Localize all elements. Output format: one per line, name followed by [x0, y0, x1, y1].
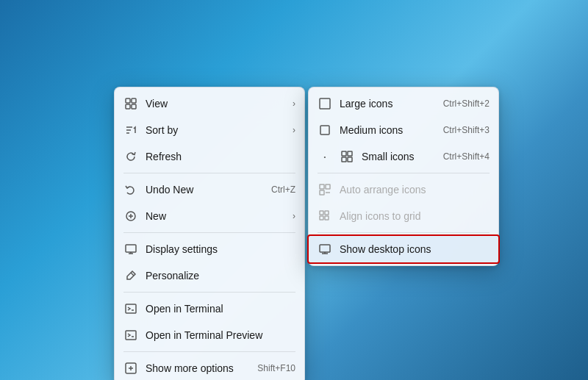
divider-3: [123, 292, 295, 293]
bullet-icon: •: [318, 149, 332, 164]
menu-item-more-label: Show more options: [146, 362, 250, 374]
svg-rect-1: [132, 98, 136, 103]
menu-item-undo-shortcut: Ctrl+Z: [271, 184, 295, 195]
svg-rect-35: [320, 245, 330, 252]
menu-item-undo-label: Undo New: [146, 184, 264, 196]
menu-item-undo[interactable]: Undo New Ctrl+Z: [115, 176, 304, 203]
context-menu-wrapper: View › Sort by ›: [114, 87, 499, 380]
menu-item-terminal-preview-label: Open in Terminal Preview: [146, 329, 295, 341]
svg-line-13: [131, 273, 134, 276]
menu-item-more-shortcut: Shift+F10: [257, 363, 295, 373]
submenu-align-icons[interactable]: Align icons to grid: [309, 203, 498, 229]
new-arrow: ›: [293, 211, 295, 221]
svg-rect-2: [126, 104, 130, 109]
grid-icon: [123, 96, 138, 111]
align-icons-label: Align icons to grid: [340, 210, 490, 222]
menu-item-refresh-label: Refresh: [146, 151, 295, 162]
new-icon: [123, 209, 138, 223]
submenu-auto-arrange[interactable]: Auto arrange icons: [309, 176, 498, 203]
menu-item-more-options[interactable]: Show more options Shift+F10: [115, 355, 304, 380]
menu-item-refresh[interactable]: Refresh: [115, 143, 304, 170]
svg-rect-26: [348, 157, 352, 162]
menu-item-personalize-label: Personalize: [146, 270, 295, 282]
svg-rect-24: [348, 151, 352, 156]
small-icons-label: Small icons: [362, 151, 436, 162]
context-menu: View › Sort by ›: [114, 87, 305, 380]
svg-rect-27: [320, 184, 324, 189]
submenu-divider-1: [318, 173, 490, 173]
svg-rect-28: [326, 184, 330, 189]
submenu-medium-icons[interactable]: Medium icons Ctrl+Shift+3: [309, 117, 498, 143]
desktop: View › Sort by ›: [0, 0, 588, 380]
large-icons-icon: [318, 96, 332, 111]
svg-rect-22: [320, 126, 329, 135]
submenu-divider-2: [318, 232, 490, 233]
align-icons-icon: [318, 209, 332, 223]
large-icons-label: Large icons: [340, 98, 436, 110]
svg-rect-21: [320, 98, 330, 109]
submenu: Large icons Ctrl+Shift+2 Medium icons Ct…: [308, 87, 499, 266]
svg-rect-29: [320, 190, 324, 195]
large-icons-shortcut: Ctrl+Shift+2: [443, 98, 490, 109]
terminal-preview-icon: [123, 328, 138, 343]
svg-rect-3: [132, 104, 136, 109]
show-desktop-icon: [318, 242, 332, 257]
divider-4: [123, 351, 295, 352]
menu-item-display[interactable]: Display settings: [115, 236, 304, 262]
show-desktop-icons-label: Show desktop icons: [340, 243, 490, 255]
refresh-icon: [123, 149, 138, 164]
medium-icons-label: Medium icons: [340, 124, 436, 136]
terminal-icon: [123, 301, 138, 316]
brush-icon: [123, 268, 138, 283]
menu-item-display-label: Display settings: [146, 243, 295, 255]
view-arrow: ›: [293, 98, 295, 109]
svg-rect-10: [126, 245, 136, 252]
svg-rect-0: [126, 98, 130, 103]
more-icon: [123, 361, 138, 376]
menu-item-new[interactable]: New ›: [115, 203, 304, 229]
menu-item-new-label: New: [146, 210, 279, 222]
menu-item-sort-label: Sort by: [146, 124, 279, 136]
menu-item-terminal-preview[interactable]: Open in Terminal Preview: [115, 322, 304, 348]
auto-arrange-icon: [318, 182, 332, 197]
svg-rect-31: [320, 211, 323, 215]
medium-icons-icon: [318, 123, 332, 137]
sort-arrow: ›: [293, 125, 295, 135]
svg-rect-23: [342, 151, 346, 156]
menu-item-terminal[interactable]: Open in Terminal: [115, 295, 304, 322]
undo-icon: [123, 182, 138, 197]
menu-item-personalize[interactable]: Personalize: [115, 262, 304, 289]
submenu-small-icons[interactable]: • Small icons Ctrl+Shift+4: [309, 143, 498, 170]
svg-rect-25: [342, 157, 346, 162]
menu-item-view-label: View: [146, 98, 279, 110]
divider-2: [123, 232, 295, 233]
svg-rect-32: [325, 211, 329, 215]
medium-icons-shortcut: Ctrl+Shift+3: [443, 125, 490, 135]
divider-1: [123, 173, 295, 173]
small-icons-shortcut: Ctrl+Shift+4: [443, 151, 490, 162]
menu-item-terminal-label: Open in Terminal: [146, 303, 295, 315]
small-icons-icon: [340, 149, 354, 164]
auto-arrange-label: Auto arrange icons: [340, 184, 490, 196]
svg-rect-34: [325, 216, 329, 220]
svg-rect-33: [320, 216, 323, 220]
submenu-show-desktop-icons[interactable]: Show desktop icons: [309, 236, 498, 262]
menu-item-view[interactable]: View ›: [115, 90, 304, 117]
submenu-large-icons[interactable]: Large icons Ctrl+Shift+2: [309, 90, 498, 117]
menu-item-sort-by[interactable]: Sort by ›: [115, 117, 304, 143]
sort-icon: [123, 123, 138, 137]
display-icon: [123, 242, 138, 257]
